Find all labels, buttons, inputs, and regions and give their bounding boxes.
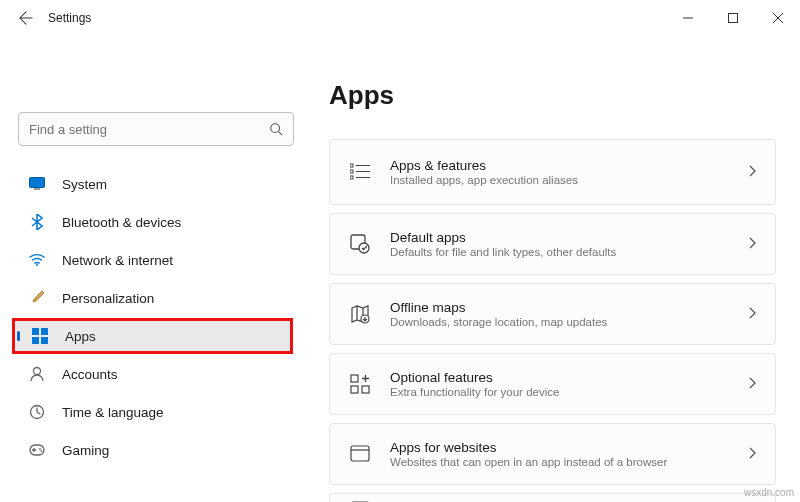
chevron-right-icon: [749, 163, 757, 181]
card-subtitle: Downloads, storage location, map updates: [390, 316, 749, 328]
card-optional-features[interactable]: Optional featuresExtra functionality for…: [329, 353, 776, 415]
card-title: Apps & features: [390, 158, 749, 173]
clock-icon: [28, 403, 46, 421]
sidebar-item-label: Accounts: [62, 367, 118, 382]
apps-icon: [31, 327, 49, 345]
sidebar-item-personalization[interactable]: Personalization: [12, 280, 293, 316]
card-subtitle: Extra functionality for your device: [390, 386, 749, 398]
person-icon: [28, 365, 46, 383]
sidebar-item-label: Apps: [65, 329, 96, 344]
cards-list: Apps & featuresInstalled apps, app execu…: [329, 139, 776, 502]
sidebar-item-label: System: [62, 177, 107, 192]
svg-rect-5: [34, 188, 40, 190]
svg-rect-26: [351, 386, 358, 393]
card-subtitle: Installed apps, app execution aliases: [390, 174, 749, 186]
content-area: Apps Apps & featuresInstalled apps, app …: [305, 36, 800, 502]
search-field[interactable]: [29, 122, 269, 137]
svg-rect-1: [728, 14, 737, 23]
svg-rect-28: [351, 446, 369, 461]
minimize-button[interactable]: [665, 3, 710, 33]
svg-rect-8: [41, 328, 48, 335]
chevron-right-icon: [749, 305, 757, 323]
sidebar-item-time-language[interactable]: Time & language: [12, 394, 293, 430]
svg-point-14: [39, 448, 41, 450]
svg-rect-25: [351, 375, 358, 382]
video-icon: [348, 497, 372, 503]
bluetooth-icon: [28, 213, 46, 231]
close-button[interactable]: [755, 3, 800, 33]
wifi-icon: [28, 251, 46, 269]
card-title: Offline maps: [390, 300, 749, 315]
sidebar-item-system[interactable]: System: [12, 166, 293, 202]
brush-icon: [28, 289, 46, 307]
list-icon: [348, 160, 372, 184]
sidebar-item-label: Network & internet: [62, 253, 173, 268]
sidebar-item-label: Time & language: [62, 405, 164, 420]
svg-rect-27: [362, 386, 369, 393]
svg-rect-18: [350, 176, 353, 179]
sidebar-item-label: Bluetooth & devices: [62, 215, 181, 230]
card-title: Default apps: [390, 230, 749, 245]
window-controls: [665, 3, 800, 33]
nav-list: System Bluetooth & devices Network & int…: [12, 166, 293, 468]
window-icon: [348, 442, 372, 466]
svg-point-23: [359, 243, 369, 253]
svg-rect-16: [350, 164, 353, 167]
search-icon: [269, 122, 283, 136]
arrow-left-icon: [19, 11, 33, 25]
search-input[interactable]: [18, 112, 294, 146]
sidebar: System Bluetooth & devices Network & int…: [0, 36, 305, 502]
system-icon: [28, 175, 46, 193]
close-icon: [773, 13, 783, 23]
card-subtitle: Defaults for file and link types, other …: [390, 246, 749, 258]
svg-rect-4: [30, 178, 45, 188]
titlebar: Settings: [0, 0, 800, 36]
svg-point-6: [36, 264, 38, 266]
minimize-icon: [683, 13, 693, 23]
card-apps-for-websites[interactable]: Apps for websitesWebsites that can open …: [329, 423, 776, 485]
page-title: Apps: [329, 80, 776, 111]
gaming-icon: [28, 441, 46, 459]
add-feature-icon: [348, 372, 372, 396]
card-video-playback[interactable]: Video playback: [329, 493, 776, 502]
card-offline-maps[interactable]: Offline mapsDownloads, storage location,…: [329, 283, 776, 345]
svg-line-3: [279, 132, 283, 136]
watermark: wsxdn.com: [744, 487, 794, 498]
svg-rect-10: [41, 337, 48, 344]
svg-point-2: [271, 124, 280, 133]
maximize-icon: [728, 13, 738, 23]
back-button[interactable]: [8, 0, 44, 36]
chevron-right-icon: [749, 445, 757, 463]
card-title: Apps for websites: [390, 440, 749, 455]
card-title: Optional features: [390, 370, 749, 385]
maximize-button[interactable]: [710, 3, 755, 33]
sidebar-item-gaming[interactable]: Gaming: [12, 432, 293, 468]
sidebar-item-label: Personalization: [62, 291, 154, 306]
chevron-right-icon: [749, 235, 757, 253]
sidebar-item-bluetooth[interactable]: Bluetooth & devices: [12, 204, 293, 240]
svg-point-11: [34, 368, 41, 375]
sidebar-item-accounts[interactable]: Accounts: [12, 356, 293, 392]
svg-rect-17: [350, 170, 353, 173]
card-apps-features[interactable]: Apps & featuresInstalled apps, app execu…: [329, 139, 776, 205]
chevron-right-icon: [749, 375, 757, 393]
svg-rect-7: [32, 328, 39, 335]
card-default-apps[interactable]: Default appsDefaults for file and link t…: [329, 213, 776, 275]
map-icon: [348, 302, 372, 326]
svg-rect-9: [32, 337, 39, 344]
sidebar-item-network[interactable]: Network & internet: [12, 242, 293, 278]
sidebar-item-label: Gaming: [62, 443, 109, 458]
svg-point-15: [41, 450, 43, 452]
default-apps-icon: [348, 232, 372, 256]
card-subtitle: Websites that can open in an app instead…: [390, 456, 749, 468]
window-title: Settings: [48, 11, 91, 25]
sidebar-item-apps[interactable]: Apps: [12, 318, 293, 354]
